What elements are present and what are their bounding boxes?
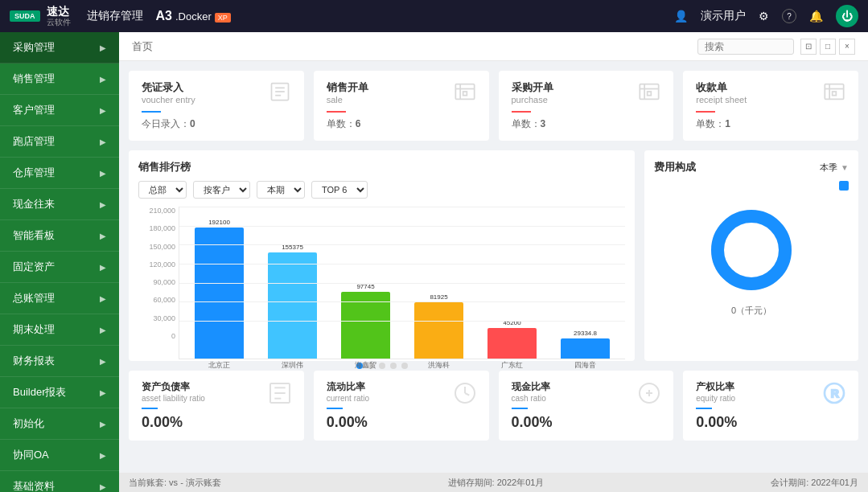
ratio-card-line bbox=[327, 408, 343, 409]
sidebar-label-warehouse: 仓库管理 bbox=[13, 166, 55, 180]
svg-point-17 bbox=[718, 216, 785, 284]
bell-icon[interactable]: 🔔 bbox=[809, 10, 823, 23]
expense-header: 费用构成 本季 ▼ bbox=[654, 160, 849, 174]
sidebar-item-assets[interactable]: 固定资产 ▶ bbox=[0, 252, 119, 283]
chevron-icon: ▶ bbox=[100, 232, 106, 240]
sidebar-item-cash[interactable]: 现金往来 ▶ bbox=[0, 189, 119, 220]
logo-area: SUDA 速达 云软件 进销存管理 A3 .Docker XP bbox=[10, 5, 231, 28]
period-filter[interactable]: 本期 bbox=[257, 181, 305, 199]
status-accounting-period: 会计期间: 2022年01月 bbox=[771, 477, 858, 489]
grid-line bbox=[179, 207, 625, 207]
chevron-icon: ▶ bbox=[100, 169, 106, 178]
sidebar-item-base[interactable]: 基础资料 ▶ bbox=[0, 471, 119, 492]
ratio-card-equity: 产权比率 equity ratio R 0.00% bbox=[683, 371, 858, 441]
ratio-value: 0.00% bbox=[142, 414, 291, 431]
svg-text:R: R bbox=[831, 387, 839, 400]
window-controls: ⊡ □ × bbox=[800, 39, 855, 55]
sidebar-item-customer[interactable]: 客户管理 ▶ bbox=[0, 95, 119, 126]
bar-chart-inner: 210,000 180,000 150,000 120,000 90,000 6… bbox=[138, 207, 625, 359]
grid-line bbox=[179, 244, 625, 245]
main-layout: 采购管理 ▶ 销售管理 ▶ 客户管理 ▶ 跑店管理 ▶ 仓库管理 ▶ 现金往来 … bbox=[0, 32, 868, 492]
sidebar-item-oa[interactable]: 协同OA ▶ bbox=[0, 440, 119, 471]
sidebar-label-init: 初始化 bbox=[13, 416, 44, 431]
bars-area: 192100 155375 bbox=[179, 207, 625, 359]
dept-filter[interactable]: 总部 bbox=[138, 181, 187, 199]
sidebar-label-base: 基础资料 bbox=[13, 479, 55, 492]
stat-card-line bbox=[696, 111, 715, 113]
version-a3: A3 bbox=[156, 9, 172, 23]
stat-card-count: 单数：3 bbox=[512, 117, 661, 131]
window-close-btn[interactable]: × bbox=[839, 39, 855, 55]
sidebar-item-warehouse[interactable]: 仓库管理 ▶ bbox=[0, 158, 119, 189]
sidebar-item-sales[interactable]: 销售管理 ▶ bbox=[0, 64, 119, 95]
search-input[interactable] bbox=[697, 39, 794, 55]
chevron-icon: ▶ bbox=[100, 294, 106, 303]
svg-rect-11 bbox=[648, 92, 652, 96]
sidebar-item-ledger[interactable]: 总账管理 ▶ bbox=[0, 283, 119, 314]
chevron-icon: ▶ bbox=[100, 482, 106, 491]
expense-period-label: 本季 bbox=[820, 162, 837, 174]
sidebar-item-dashboard[interactable]: 智能看板 ▶ bbox=[0, 220, 119, 252]
top-filter[interactable]: TOP 6 bbox=[311, 181, 368, 199]
sidebar-label-dashboard: 智能看板 bbox=[13, 228, 55, 243]
sidebar-item-builder[interactable]: Builder报表 ▶ bbox=[0, 377, 119, 408]
window-restore-btn[interactable]: ⊡ bbox=[800, 39, 817, 55]
chevron-icon: ▶ bbox=[100, 357, 106, 366]
user-name[interactable]: 演示用户 bbox=[701, 9, 746, 23]
bar-chart: 210,000 180,000 150,000 120,000 90,000 6… bbox=[138, 207, 625, 351]
sidebar-item-init[interactable]: 初始化 ▶ bbox=[0, 408, 119, 440]
chevron-icon: ▶ bbox=[100, 137, 106, 146]
sidebar: 采购管理 ▶ 销售管理 ▶ 客户管理 ▶ 跑店管理 ▶ 仓库管理 ▶ 现金往来 … bbox=[0, 32, 119, 492]
sidebar-label-assets: 固定资产 bbox=[13, 260, 55, 274]
ratio-card-icon bbox=[452, 380, 478, 411]
bar-1 bbox=[195, 228, 244, 359]
brand-name-sub: 云软件 bbox=[47, 18, 71, 27]
sidebar-item-purchase[interactable]: 采购管理 ▶ bbox=[0, 32, 119, 64]
window-maximize-btn[interactable]: □ bbox=[820, 39, 836, 55]
y-label: 150,000 bbox=[149, 243, 175, 251]
sidebar-label-store: 跑店管理 bbox=[13, 134, 55, 149]
sidebar-label-ledger: 总账管理 bbox=[13, 291, 55, 305]
sidebar-label-sales: 销售管理 bbox=[13, 72, 55, 86]
help-icon[interactable]: ? bbox=[782, 9, 796, 23]
brand-name-main: 速达 bbox=[47, 5, 71, 18]
grid-line bbox=[179, 283, 625, 284]
sidebar-label-cash: 现金往来 bbox=[13, 197, 55, 211]
purchase-icon bbox=[638, 80, 660, 108]
breadcrumb: 首页 bbox=[132, 39, 153, 54]
sidebar-label-purchase: 采购管理 bbox=[13, 40, 55, 55]
svg-rect-7 bbox=[463, 92, 467, 96]
svg-rect-15 bbox=[833, 92, 837, 96]
sidebar-item-period[interactable]: 期末处理 ▶ bbox=[0, 314, 119, 346]
stat-card-count: 今日录入：0 bbox=[142, 117, 291, 131]
sidebar-item-store[interactable]: 跑店管理 ▶ bbox=[0, 126, 119, 158]
settings-icon[interactable]: ⚙ bbox=[759, 10, 769, 23]
power-icon: ⏻ bbox=[841, 10, 853, 23]
bar-value-label: 81925 bbox=[430, 293, 447, 301]
ratio-value: 0.00% bbox=[327, 414, 476, 431]
stat-card-count: 单数：1 bbox=[696, 117, 845, 131]
ratio-card-icon bbox=[267, 380, 293, 411]
y-label: 120,000 bbox=[149, 260, 175, 269]
sidebar-label-builder: Builder报表 bbox=[13, 385, 66, 400]
chevron-icon: ▶ bbox=[100, 420, 106, 428]
version-xp-badge: XP bbox=[215, 13, 231, 23]
ratio-card-cash: 现金比率 cash ratio 0.00% bbox=[499, 371, 674, 441]
donut-chart-container: 0（千元） bbox=[654, 194, 849, 325]
user-icon[interactable]: 👤 bbox=[674, 10, 688, 23]
y-label: 0 bbox=[171, 332, 175, 340]
sidebar-item-reports[interactable]: 财务报表 ▶ bbox=[0, 346, 119, 377]
grid-line bbox=[179, 321, 625, 322]
y-axis: 210,000 180,000 150,000 120,000 90,000 6… bbox=[138, 207, 179, 359]
power-button[interactable]: ⏻ bbox=[836, 5, 858, 27]
content-area: 首页 ⊡ □ × 凭证录入 voucher entry bbox=[119, 32, 868, 492]
chevron-icon: ▶ bbox=[100, 106, 106, 115]
sidebar-label-reports: 财务报表 bbox=[13, 354, 55, 368]
y-label: 210,000 bbox=[149, 207, 175, 215]
version-box: A3 .Docker XP bbox=[156, 9, 231, 23]
breadcrumb-bar: 首页 ⊡ □ × bbox=[119, 32, 868, 61]
ratio-card-line bbox=[512, 408, 528, 409]
by-filter[interactable]: 按客户 bbox=[193, 181, 250, 199]
y-label: 90,000 bbox=[153, 278, 175, 286]
stat-card-purchase: 采购开单 purchase 单数：3 bbox=[499, 71, 674, 141]
